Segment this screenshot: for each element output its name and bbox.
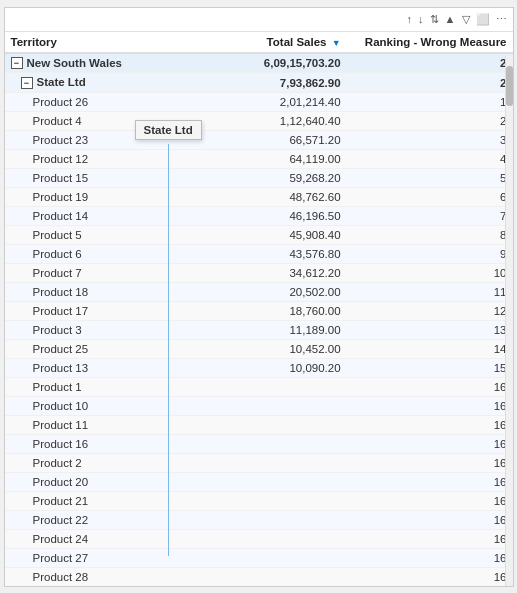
more-icon[interactable]: ⋯ <box>496 13 507 26</box>
table-row: Product 1559,268.205 <box>5 169 513 188</box>
sort-desc-icon[interactable]: ↓ <box>418 13 424 25</box>
cell-ranking: 4 <box>347 150 513 169</box>
scrollbar-thumb[interactable] <box>506 66 513 106</box>
cell-ranking: 12 <box>347 302 513 321</box>
cell-territory: Product 21 <box>5 492 181 511</box>
cell-territory: Product 20 <box>5 473 181 492</box>
sort-asc-icon[interactable]: ↑ <box>407 13 413 25</box>
table-row: Product 2116 <box>5 492 513 511</box>
cell-territory: Product 13 <box>5 359 181 378</box>
cell-ranking: 1 <box>347 93 513 112</box>
cell-total-sales: 11,189.00 <box>181 321 347 340</box>
cell-total-sales <box>181 435 347 454</box>
cell-territory: Product 17 <box>5 302 181 321</box>
cell-total-sales: 6,09,15,703.20 <box>181 53 347 73</box>
scrollbar[interactable] <box>505 56 513 586</box>
cell-territory: Product 10 <box>5 397 181 416</box>
table-row: Product 1616 <box>5 435 513 454</box>
table-row: Product 2816 <box>5 568 513 586</box>
cell-total-sales <box>181 378 347 397</box>
cell-ranking: 2 <box>347 73 513 93</box>
filter-icon[interactable]: ▽ <box>462 13 470 26</box>
cell-territory: Product 1 <box>5 378 181 397</box>
table-scroll[interactable]: Territory Total Sales ▼ Ranking - Wrong … <box>5 32 513 586</box>
table-row: Product 1718,760.0012 <box>5 302 513 321</box>
cell-total-sales: 46,196.50 <box>181 207 347 226</box>
table-row: Product 41,12,640.402 <box>5 112 513 131</box>
table-header-row: Territory Total Sales ▼ Ranking - Wrong … <box>5 32 513 53</box>
cell-territory: Product 23 <box>5 131 181 150</box>
cell-territory: Product 27 <box>5 549 181 568</box>
cell-territory: Product 11 <box>5 416 181 435</box>
cell-ranking: 16 <box>347 397 513 416</box>
cell-territory: Product 26 <box>5 93 181 112</box>
table-row: Product 216 <box>5 454 513 473</box>
table-row: Product 2716 <box>5 549 513 568</box>
cell-ranking: 6 <box>347 188 513 207</box>
cell-ranking: 16 <box>347 530 513 549</box>
cell-territory: Product 12 <box>5 150 181 169</box>
cell-ranking: 11 <box>347 283 513 302</box>
cell-territory: Product 2 <box>5 454 181 473</box>
cell-ranking: 16 <box>347 549 513 568</box>
cell-territory: Product 14 <box>5 207 181 226</box>
expand-icon[interactable]: ⬜ <box>476 13 490 26</box>
cell-territory: Product 19 <box>5 188 181 207</box>
cell-territory: Product 22 <box>5 511 181 530</box>
expand-collapse-icon[interactable]: − <box>11 57 23 69</box>
cell-ranking: 2 <box>347 112 513 131</box>
cell-total-sales <box>181 549 347 568</box>
cell-territory: Product 25 <box>5 340 181 359</box>
cell-total-sales: 10,090.20 <box>181 359 347 378</box>
table-row: Product 1948,762.606 <box>5 188 513 207</box>
cell-ranking: 8 <box>347 226 513 245</box>
cell-ranking: 13 <box>347 321 513 340</box>
table-row: Product 734,612.2010 <box>5 264 513 283</box>
cell-ranking: 5 <box>347 169 513 188</box>
table-row: Product 2510,452.0014 <box>5 340 513 359</box>
cell-territory: Product 7 <box>5 264 181 283</box>
cell-total-sales: 2,01,214.40 <box>181 93 347 112</box>
table-row: Product 2416 <box>5 530 513 549</box>
cell-total-sales: 45,908.40 <box>181 226 347 245</box>
cell-total-sales <box>181 530 347 549</box>
cell-total-sales <box>181 416 347 435</box>
cell-ranking: 7 <box>347 207 513 226</box>
cell-total-sales: 34,612.20 <box>181 264 347 283</box>
col-ranking[interactable]: Ranking - Wrong Measure <box>347 32 513 53</box>
cell-territory: Product 28 <box>5 568 181 586</box>
cell-ranking: 10 <box>347 264 513 283</box>
table-row: Product 2216 <box>5 511 513 530</box>
col-territory[interactable]: Territory <box>5 32 181 53</box>
cell-ranking: 16 <box>347 511 513 530</box>
cell-total-sales <box>181 511 347 530</box>
table-wrapper: Territory Total Sales ▼ Ranking - Wrong … <box>5 32 513 586</box>
cell-total-sales: 10,452.00 <box>181 340 347 359</box>
cell-territory: Product 15 <box>5 169 181 188</box>
cell-territory: Product 24 <box>5 530 181 549</box>
data-table: Territory Total Sales ▼ Ranking - Wrong … <box>5 32 513 586</box>
table-row: −New South Wales6,09,15,703.202 <box>5 53 513 73</box>
cell-territory: Product 6 <box>5 245 181 264</box>
cell-territory: Product 16 <box>5 435 181 454</box>
cell-territory: Product 5 <box>5 226 181 245</box>
cell-ranking: 15 <box>347 359 513 378</box>
cell-total-sales <box>181 397 347 416</box>
cell-total-sales: 48,762.60 <box>181 188 347 207</box>
cell-total-sales: 66,571.20 <box>181 131 347 150</box>
chart-icon[interactable]: ▲ <box>445 13 456 25</box>
expand-collapse-icon[interactable]: − <box>21 77 33 89</box>
cell-ranking: 2 <box>347 53 513 73</box>
cell-territory: Product 3 <box>5 321 181 340</box>
main-container: ↑ ↓ ⇅ ▲ ▽ ⬜ ⋯ Territory Total Sales ▼ <box>4 7 514 587</box>
sort-both-icon[interactable]: ⇅ <box>430 13 439 26</box>
cell-territory: −New South Wales <box>5 53 181 73</box>
table-row: Product 2016 <box>5 473 513 492</box>
cell-total-sales <box>181 492 347 511</box>
table-body: −New South Wales6,09,15,703.202−State Lt… <box>5 53 513 586</box>
cell-total-sales: 64,119.00 <box>181 150 347 169</box>
cell-total-sales: 43,576.80 <box>181 245 347 264</box>
cell-ranking: 3 <box>347 131 513 150</box>
col-total-sales[interactable]: Total Sales ▼ <box>181 32 347 53</box>
table-row: Product 116 <box>5 378 513 397</box>
